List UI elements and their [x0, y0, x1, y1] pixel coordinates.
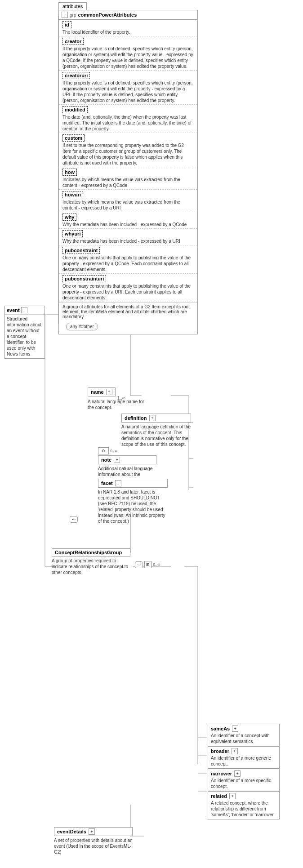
attributes-tab: attributes	[58, 2, 87, 10]
note-expand[interactable]: +	[114, 457, 120, 463]
definition-label: definition	[125, 415, 147, 421]
attr-row-creator: creator If the property value is not def…	[59, 36, 197, 71]
narrower-label: narrower	[211, 771, 232, 776]
attr-name-how: how	[62, 169, 77, 176]
attr-name-creatoruri: creatoruri	[62, 72, 90, 79]
attr-row-how: how Indicates by which means the value w…	[59, 167, 197, 190]
event-desc: Structured information about an event wi…	[5, 315, 45, 358]
attr-desc-pubconstraint: One or many constraints that apply to pu…	[62, 255, 194, 272]
common-power-desc-text: A group of attributes for all elements o…	[62, 304, 194, 319]
attr-desc-whyuri: Why the metadata has been included - exp…	[62, 238, 194, 244]
crg-desc: A group of properties required to indica…	[52, 558, 130, 575]
event-details-container: eventDetails + A set of properties with …	[54, 827, 133, 855]
attr-row-modified: modified The date (and, optionally, the …	[59, 105, 197, 133]
facet-node-box: facet +	[98, 479, 168, 488]
facet-node-container: facet + In NAR 1.8 and later, facet is d…	[98, 479, 168, 524]
attr-desc-why: Why the metadata has been included - exp…	[62, 222, 194, 227]
narrower-header: narrower +	[211, 770, 276, 777]
attr-row-creatoruri: creatoruri If the property value is not …	[59, 71, 197, 105]
related-desc: A related concept, where the relationshi…	[211, 800, 276, 818]
event-details-label: eventDetails	[57, 829, 86, 834]
sameAs-header: sameAs +	[211, 726, 276, 732]
related-box: related + A related concept, where the r…	[208, 791, 280, 819]
expand-icon[interactable]: −	[62, 12, 68, 18]
broader-header: broader +	[211, 748, 276, 754]
name-node-desc: A natural language name for the concept.	[88, 399, 146, 410]
attr-name-pubconstrainturi: pubconstrainturi	[62, 275, 106, 282]
related-label: related	[211, 793, 227, 799]
attr-name-why: why	[62, 214, 76, 221]
attr-desc-howuri: Indicates by which means the value was e…	[62, 199, 194, 211]
attr-name-modified: modified	[62, 106, 88, 113]
attributes-tab-label: attributes	[62, 4, 83, 9]
attr-row-pubconstrainturi: pubconstrainturi One or many constraints…	[59, 274, 197, 302]
note-label: note	[101, 457, 111, 463]
event-details-expand[interactable]: +	[89, 828, 95, 835]
sameAs-label: sameAs	[211, 726, 230, 731]
crg-label: ConceptRelationshipsGroup	[55, 550, 122, 555]
definition-desc: A natural language definition of the sem…	[121, 424, 191, 447]
definition-node-box: definition +	[121, 414, 191, 423]
attr-desc-creator: If the property value is not defined, sp…	[62, 46, 194, 69]
dots-connector: ···	[70, 516, 78, 523]
attr-name-creator: creator	[62, 38, 84, 45]
sameAs-desc: An identifier of a concept with equivale…	[211, 733, 276, 744]
event-details-desc: A set of properties with details about a…	[54, 837, 133, 855]
attr-row-id: id The local identifier of the property.	[59, 20, 197, 36]
narrower-expand[interactable]: +	[234, 770, 241, 777]
name-node-box: name +	[88, 387, 116, 396]
facet-expand[interactable]: +	[115, 480, 121, 486]
attr-name-howuri: howuri	[62, 191, 83, 198]
event-details-box: eventDetails +	[54, 827, 133, 836]
facet-label: facet	[101, 481, 113, 486]
dots-icon: ···	[70, 516, 78, 523]
event-expand-icon[interactable]: +	[21, 307, 27, 313]
narrower-box: narrower + An identifier of a more speci…	[208, 769, 280, 791]
note-node-box: note +	[98, 455, 156, 464]
diagram-container: attributes − grp commonPowerAttributes i…	[0, 0, 303, 868]
broader-expand[interactable]: +	[232, 748, 238, 754]
attr-desc-custom: If set to true the corresponding propert…	[62, 142, 194, 166]
crg-multiplicity: 0..∞	[153, 562, 160, 567]
definition-node-container: definition + A natural language definiti…	[121, 414, 191, 447]
name-node-label: name	[91, 389, 104, 395]
event-header: event +	[5, 306, 45, 315]
sameAs-box: sameAs + An identifier of a concept with…	[208, 724, 280, 746]
attr-row-howuri: howuri Indicates by which means the valu…	[59, 190, 197, 212]
attr-row-custom: custom If set to true the corresponding …	[59, 133, 197, 167]
related-expand[interactable]: +	[229, 793, 236, 799]
attr-desc-pubconstrainturi: One or many constraints that apply to pu…	[62, 283, 194, 301]
attr-name-whyuri: whyuri	[62, 230, 83, 237]
attr-desc-how: Indicates by which means the value was e…	[62, 177, 194, 188]
common-power-title: commonPowerAttributes	[78, 12, 137, 18]
broader-box: broader + An identifier of a more generi…	[208, 746, 280, 769]
grp-label: grp	[70, 13, 76, 18]
event-label: event	[7, 307, 20, 313]
attr-row-why: why Why the metadata has been included -…	[59, 212, 197, 229]
definition-expand[interactable]: +	[149, 415, 156, 421]
attr-desc-creatoruri: If the property value is not defined, sp…	[62, 80, 194, 103]
note-node-container: ⊙ 0..∞ note + Additional natural languag…	[98, 447, 156, 483]
related-header: related +	[211, 793, 276, 799]
broader-desc: An identifier of a more generic concept.	[211, 755, 276, 767]
narrower-desc: An identifier of a more specific concept…	[211, 778, 276, 789]
broader-label: broader	[211, 748, 229, 754]
sameAs-expand[interactable]: +	[232, 726, 238, 732]
name-node-expand[interactable]: +	[106, 389, 112, 395]
attr-row-pubconstraint: pubconstraint One or many constraints th…	[59, 245, 197, 274]
attr-name-pubconstraint: pubconstraint	[62, 247, 100, 254]
crg-dots: ···	[135, 561, 143, 568]
facet-desc: In NAR 1.8 and later, facet is deprecate…	[98, 489, 168, 524]
attr-desc-id: The local identifier of the property.	[62, 29, 194, 35]
crg-connectors: ··· ⊞ 0..∞	[135, 561, 160, 568]
any-other-label: any ##other	[66, 323, 98, 330]
note-multiplicity-label: 0..∞	[110, 449, 117, 453]
common-power-attributes-box: − grp commonPowerAttributes id The local…	[58, 10, 198, 334]
common-power-header: − grp commonPowerAttributes	[59, 10, 197, 20]
crg-node-box: ConceptRelationshipsGroup	[52, 548, 130, 556]
crg-box: ConceptRelationshipsGroup A group of pro…	[52, 548, 130, 575]
attr-name-custom: custom	[62, 134, 85, 142]
attr-desc-modified: The date (and, optionally, the time) whe…	[62, 114, 194, 132]
common-power-bottom-desc: A group of attributes for all elements o…	[59, 302, 197, 334]
event-box: event + Structured information about an …	[4, 306, 45, 359]
